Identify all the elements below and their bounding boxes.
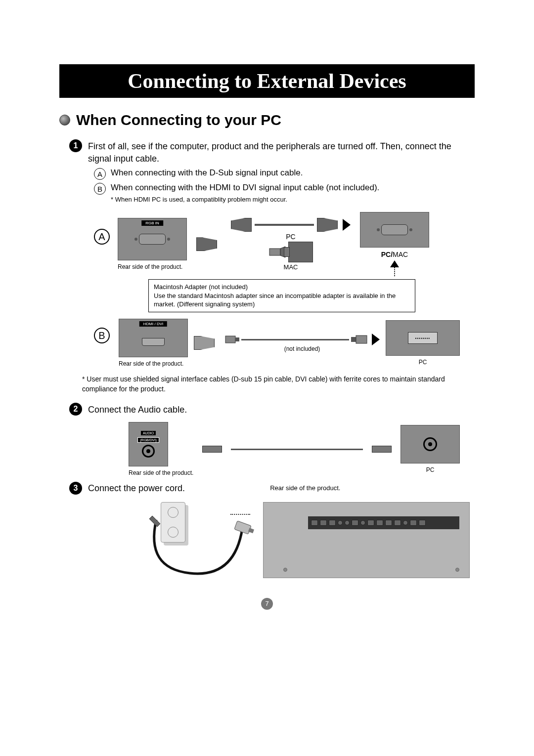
arrow-right-icon: [343, 219, 351, 231]
pcmac-mac: MAC: [393, 251, 408, 258]
rgb-in-label: RGB IN: [141, 220, 163, 226]
hdmi-port-icon: [142, 338, 165, 346]
diagram-row-B: B HDMI / DVI Rear side of the product.: [94, 318, 460, 368]
hdmi-dvi-port: HDMI / DVI: [119, 319, 188, 357]
pc-audio-port: [400, 425, 460, 463]
rear-caption-power: Rear side of the product.: [270, 484, 340, 492]
substep-B: B When connecting with the HDMI to DVI s…: [94, 183, 475, 195]
svg-rect-5: [234, 521, 251, 534]
arrow-up-icon: [390, 260, 399, 267]
step-3-text: Connect the power cord.: [88, 482, 185, 495]
step-number-1-icon: 1: [69, 139, 82, 152]
audio-plug-icon: [202, 446, 222, 453]
vga-port-icon: [139, 234, 166, 245]
diagram-letter-A-icon: A: [94, 229, 110, 245]
step-number-3-icon: 3: [69, 482, 82, 495]
svg-rect-4: [356, 336, 367, 343]
rear-caption-A: Rear side of the product.: [118, 263, 187, 270]
audio-jack-icon: [142, 445, 155, 458]
diagram-A-B: A RGB IN Rear side of the product. PC: [94, 212, 460, 368]
mac-adapter-note-title: Macintosh Adapter (not included): [154, 283, 248, 291]
pc-label-B: PC: [419, 359, 427, 366]
substep-A-text: When connecting with the D-Sub signal in…: [111, 168, 303, 178]
page-number: 7: [261, 598, 273, 610]
mac-adapter-note: Macintosh Adapter (not included) Use the…: [148, 279, 415, 312]
letter-A-icon: A: [94, 168, 106, 180]
step-2-text: Connect the Audio cable.: [88, 404, 187, 416]
svg-rect-3: [351, 337, 356, 342]
diagram-letter-B-icon: B: [94, 328, 110, 343]
dvi-plug-icon: [351, 334, 368, 345]
mac-adapter-note-body: Use the standard Macintosh adapter since…: [154, 292, 396, 308]
hdmi-dvi-label: HDMI / DVI: [139, 321, 167, 327]
step-1: 1 First of all, see if the computer, pro…: [69, 139, 475, 165]
cable-connector-icon: [194, 336, 215, 350]
step-number-2-icon: 2: [69, 403, 82, 416]
diagram-power: [129, 502, 470, 581]
svg-rect-2: [235, 337, 239, 341]
step-3: 3 Connect the power cord. Rear side of t…: [69, 481, 475, 495]
pcmac-pc: PC/: [381, 251, 393, 258]
section-bullet-icon: [59, 115, 70, 126]
rear-caption-B: Rear side of the product.: [119, 360, 188, 367]
diagram-row-A: A RGB IN Rear side of the product. PC: [94, 212, 460, 276]
vga-port-icon: [381, 224, 408, 235]
step-1-text: First of all, see if the computer, produ…: [88, 140, 475, 165]
power-cord-icon: [145, 514, 254, 588]
section-title-text: When Connecting to your PC: [76, 112, 281, 128]
product-rear-panel: [263, 502, 470, 578]
audio-cable-icon: [231, 449, 363, 450]
diagram-audio: AUDIO (RGB/DVI) Rear side of the product…: [129, 422, 460, 476]
cable-connector-icon: [231, 218, 252, 232]
pc-vga-port: [360, 212, 429, 248]
page-title: Connecting to External Devices: [59, 64, 475, 98]
audio-jack-icon: [423, 437, 437, 451]
svg-rect-1: [225, 336, 235, 343]
rear-port-strip-icon: [308, 516, 459, 529]
mac-adapter-icon: [288, 242, 313, 262]
dotted-line-icon: [394, 267, 395, 276]
not-included-label: (not included): [284, 345, 320, 352]
dvi-port-icon: ▪▪▪▪▪▪▪▪: [408, 332, 438, 344]
shielded-cable-note: * User must use shielded signal interfac…: [82, 375, 463, 394]
mac-label: MAC: [284, 263, 298, 271]
hdmi-plug-icon: [224, 334, 239, 345]
rear-caption-audio: Rear side of the product.: [129, 469, 193, 476]
rgb-in-port: RGB IN: [118, 218, 187, 260]
hdmi-note: * When HDMI PC is used, a compatiblity p…: [111, 196, 475, 203]
substep-A: A When connecting with the D-Sub signal …: [94, 168, 475, 180]
step-2: 2 Connect the Audio cable.: [69, 403, 475, 416]
pc-dvi-port: ▪▪▪▪▪▪▪▪: [386, 320, 460, 356]
pc-label-audio: PC: [426, 466, 435, 473]
letter-B-icon: B: [94, 183, 106, 195]
audio-port-box: AUDIO (RGB/DVI): [129, 422, 168, 466]
pc-label: PC: [286, 233, 295, 241]
cable-connector-icon: [196, 237, 217, 251]
arrow-right-icon: [372, 334, 380, 345]
cable-connector-icon: [317, 218, 338, 232]
section-heading: When Connecting to your PC: [59, 112, 475, 128]
svg-rect-0: [269, 249, 280, 255]
substep-B-text: When connecting with the HDMI to DVI sig…: [111, 183, 379, 193]
audio-label-bottom: (RGB/DVI): [137, 437, 159, 443]
audio-plug-icon: [372, 446, 392, 453]
audio-label-top: AUDIO: [141, 431, 156, 435]
